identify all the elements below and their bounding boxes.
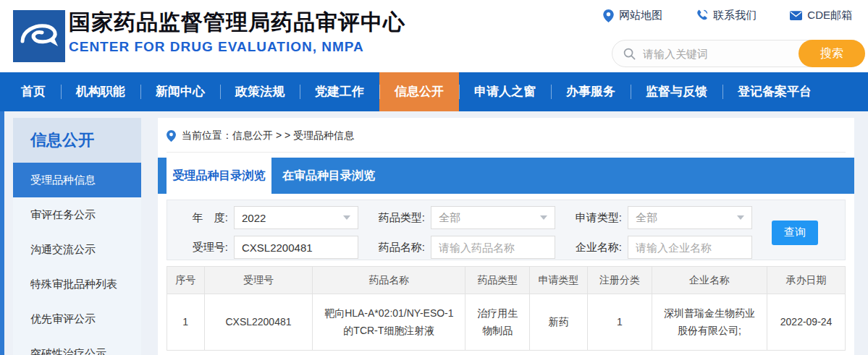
sidebar-title: 信息公开 [13,118,141,163]
results-table: 序号 受理号 药品名称 药品类型 申请类型 注册分类 企业名称 承办日期 1 C… [167,266,846,351]
company-name-input[interactable] [636,241,744,254]
logo-swoosh-icon [13,10,65,62]
acceptance-no-field [234,236,358,259]
chevron-down-icon [343,215,350,220]
breadcrumb-text: 当前位置：信息公开 > > 受理品种信息 [182,129,354,142]
cell-drug-name: 靶向HLA-A*02:01/NY-ESO-1的TCR-T细胞注射液 [313,294,465,351]
nav-item-applicant[interactable]: 申请人之窗 [459,72,551,111]
breadcrumb: 当前位置：信息公开 > > 受理品种信息 [158,118,854,152]
sidebar-item-communication[interactable]: 沟通交流公示 [13,232,141,267]
cell-no: 1 [167,294,205,351]
chevron-down-icon [737,215,744,220]
nav-item-registration[interactable]: 登记备案平台 [722,72,827,111]
nav-item-party[interactable]: 党建工作 [300,72,379,111]
tab-under-review-catalog[interactable]: 在审品种目录浏览 [271,158,386,194]
cell-drug-type: 治疗用生物制品 [465,294,530,351]
acceptance-no-input[interactable] [242,241,350,254]
drug-name-label: 药品名称: [364,241,425,255]
cde-mail-label: CDE邮箱 [807,9,852,22]
col-header-drug-name: 药品名称 [313,267,465,294]
search-input[interactable] [636,48,799,60]
sitemap-label: 网站地图 [619,9,662,22]
company-name-field [628,236,752,259]
drug-type-label: 药品类型: [364,211,425,225]
cell-date: 2022-09-24 [767,294,846,351]
left-edge-strip [0,111,4,355]
contact-label: 联系我们 [713,9,757,22]
brand-block: 国家药品监督管理局药品审评中心 CENTER FOR DRUG EVALUATI… [69,9,405,55]
cell-company: 深圳普瑞金生物药业股份有限公司; [652,294,767,351]
cell-reg-class: 1 [587,294,652,351]
tab-bar: 受理品种目录浏览 在审品种目录浏览 [158,158,854,194]
sidebar-item-accepted-varieties[interactable]: 受理品种信息 [13,163,141,197]
year-value: 2022 [242,212,266,224]
nav-item-services[interactable]: 办事服务 [551,72,631,111]
results-table-wrap: 序号 受理号 药品名称 药品类型 申请类型 注册分类 企业名称 承办日期 1 C… [167,266,846,351]
company-name-label: 企业名称: [561,241,622,255]
breadcrumb-pin-icon [167,130,176,142]
drug-name-field [431,236,555,259]
search-button[interactable]: 搜索 [799,40,865,67]
cell-apply-type: 新药 [530,294,588,351]
header-quick-links: 网站地图 联系我们 CDE邮箱 [603,9,852,22]
site-subtitle: CENTER FOR DRUG EVALUATION, NMPA [69,39,405,55]
site-header: 国家药品监督管理局药品审评中心 CENTER FOR DRUG EVALUATI… [0,0,868,72]
site-search: 搜索 [612,40,865,67]
nav-item-news[interactable]: 新闻中心 [140,72,220,111]
sitemap-link[interactable]: 网站地图 [603,9,662,22]
sidebar: 信息公开 受理品种信息 审评任务公示 沟通交流公示 特殊审批品种列表 优先审评公… [13,118,141,355]
col-header-date: 承办日期 [767,267,846,294]
year-select[interactable]: 2022 [234,206,358,229]
apply-type-value: 全部 [636,211,657,225]
location-pin-icon [603,9,614,22]
sidebar-item-special-approval[interactable]: 特殊审批品种列表 [13,267,141,301]
cde-logo [13,10,65,62]
mail-icon [790,11,802,20]
apply-type-label: 申请类型: [561,211,622,225]
apply-type-select[interactable]: 全部 [628,206,752,229]
table-row: 1 CXSL2200481 靶向HLA-A*02:01/NY-ESO-1的TCR… [167,294,846,351]
cell-acceptance-no: CXSL2200481 [204,294,313,351]
nav-item-home[interactable]: 首页 [6,72,61,111]
drug-type-value: 全部 [439,211,460,225]
search-icon [623,48,636,60]
chevron-down-icon [540,215,547,220]
nav-item-org[interactable]: 机构职能 [61,72,140,111]
acceptance-no-label: 受理号: [180,241,228,255]
col-header-apply-type: 申请类型 [530,267,588,294]
table-header-row: 序号 受理号 药品名称 药品类型 申请类型 注册分类 企业名称 承办日期 [167,267,846,294]
content-panel: 当前位置：信息公开 > > 受理品种信息 受理品种目录浏览 在审品种目录浏览 年… [158,118,854,355]
sidebar-item-breakthrough-therapy[interactable]: 突破性治疗公示 [13,336,141,355]
drug-name-input[interactable] [439,241,547,254]
contact-link[interactable]: 联系我们 [696,9,757,22]
cde-mail-link[interactable]: CDE邮箱 [790,9,852,22]
year-label: 年 度: [180,211,228,225]
query-button[interactable]: 查询 [772,221,818,245]
sidebar-item-priority-review[interactable]: 优先审评公示 [13,301,141,336]
nav-item-supervision[interactable]: 监督与反馈 [631,72,722,111]
nav-item-policy[interactable]: 政策法规 [220,72,300,111]
main-nav: 首页 机构职能 新闻中心 政策法规 党建工作 信息公开 申请人之窗 办事服务 监… [0,72,868,111]
filter-panel: 年 度: 2022 药品类型: 全部 申请类型: 全部 查询 受理号: 药品名称… [167,200,846,260]
col-header-drug-type: 药品类型 [465,267,530,294]
site-title: 国家药品监督管理局药品审评中心 [69,9,405,35]
col-header-reg-class: 注册分类 [587,267,652,294]
col-header-company: 企业名称 [652,267,767,294]
breadcrumb-divider [167,152,846,153]
phone-icon [696,9,708,22]
tab-accepted-catalog[interactable]: 受理品种目录浏览 [167,158,271,194]
sidebar-item-review-tasks[interactable]: 审评任务公示 [13,197,141,232]
col-header-acceptance-no: 受理号 [204,267,313,294]
col-header-no: 序号 [167,267,205,294]
nav-item-info-disclosure[interactable]: 信息公开 [379,72,459,111]
drug-type-select[interactable]: 全部 [431,206,555,229]
